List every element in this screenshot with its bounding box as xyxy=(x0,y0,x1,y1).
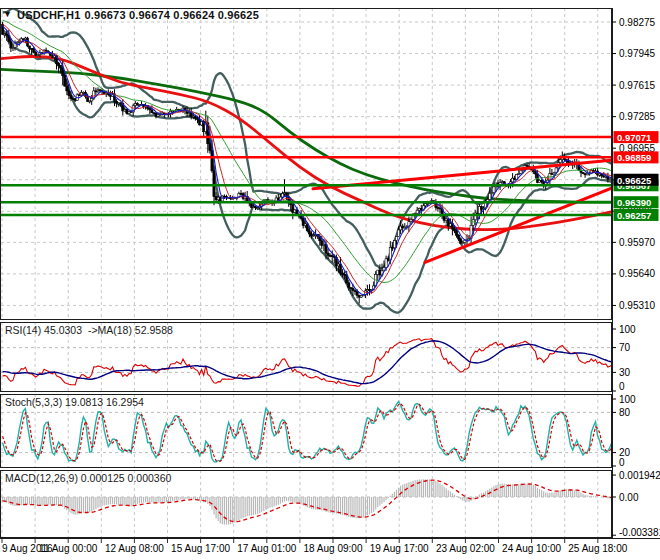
ohlc-quote-values: 0.96673 0.96674 0.96624 0.96625 xyxy=(85,9,259,21)
svg-text:-0.003381: -0.003381 xyxy=(619,527,660,538)
svg-text:0: 0 xyxy=(619,381,625,392)
svg-text:11 Aug 00:00: 11 Aug 00:00 xyxy=(39,543,98,554)
chart-title-quote: USDCHF,H10.96673 0.96674 0.96624 0.96625 xyxy=(17,9,263,21)
current-price-badge: 0.96625 xyxy=(614,174,659,186)
svg-text:25 Aug 18:00: 25 Aug 18:00 xyxy=(568,543,627,554)
price-badge-green: 0.96257 xyxy=(614,209,659,221)
svg-text:0.95640: 0.95640 xyxy=(619,268,656,279)
price-badge-green: 0.96390 xyxy=(614,196,659,208)
svg-text:0.95310: 0.95310 xyxy=(619,300,656,311)
svg-text:24 Aug 10:00: 24 Aug 10:00 xyxy=(502,543,561,554)
stochastic-indicator-label: Stoch(5,3,3) 19.0813 16.2954 xyxy=(5,396,144,408)
svg-text:23 Aug 02:00: 23 Aug 02:00 xyxy=(436,543,495,554)
svg-text:0.96257: 0.96257 xyxy=(617,210,651,221)
svg-text:15 Aug 17:00: 15 Aug 17:00 xyxy=(171,543,230,554)
svg-text:0.96390: 0.96390 xyxy=(617,197,651,208)
svg-text:80: 80 xyxy=(619,407,631,418)
svg-text:100: 100 xyxy=(619,324,636,335)
svg-text:0.96859: 0.96859 xyxy=(617,152,651,163)
svg-text:70: 70 xyxy=(619,342,631,353)
symbol-dropdown-icon[interactable]: ▼ xyxy=(3,9,12,19)
svg-text:0.00: 0.00 xyxy=(619,492,639,503)
svg-text:12 Aug 08:00: 12 Aug 08:00 xyxy=(105,543,164,554)
svg-text:0.97945: 0.97945 xyxy=(619,48,656,59)
svg-text:0.96625: 0.96625 xyxy=(617,175,652,186)
svg-text:0.001942: 0.001942 xyxy=(619,470,660,481)
svg-text:0.97615: 0.97615 xyxy=(619,80,656,91)
svg-text:0.98275: 0.98275 xyxy=(619,17,656,28)
price-axis[interactable]: 0.982750.979450.976150.972850.969550.966… xyxy=(612,8,660,538)
svg-text:0.97285: 0.97285 xyxy=(619,111,656,122)
svg-text:100: 100 xyxy=(619,394,636,405)
rsi-indicator-label: RSI(14) 45.0303 ->MA(18) 52.9588 xyxy=(5,324,173,336)
svg-text:19 Aug 17:00: 19 Aug 17:00 xyxy=(370,543,429,554)
svg-text:30: 30 xyxy=(619,367,631,378)
svg-text:18 Aug 09:00: 18 Aug 09:00 xyxy=(304,543,363,554)
symbol-period-label: USDCHF,H1 xyxy=(17,9,81,21)
macd-indicator-label: MACD(12,26,9) 0.000125 0.000360 xyxy=(5,472,171,484)
svg-text:17 Aug 01:00: 17 Aug 01:00 xyxy=(237,543,296,554)
svg-text:0.95970: 0.95970 xyxy=(619,237,656,248)
svg-text:0.97071: 0.97071 xyxy=(617,132,652,143)
time-axis[interactable]: 9 Aug 201611 Aug 00:0012 Aug 08:0015 Aug… xyxy=(0,539,660,555)
price-badge-red: 0.97071 xyxy=(614,131,659,143)
mt4-chart-window: 0.982750.979450.976150.972850.969550.966… xyxy=(0,0,660,560)
svg-text:0: 0 xyxy=(619,457,625,468)
price-badge-red: 0.96859 xyxy=(614,151,659,163)
